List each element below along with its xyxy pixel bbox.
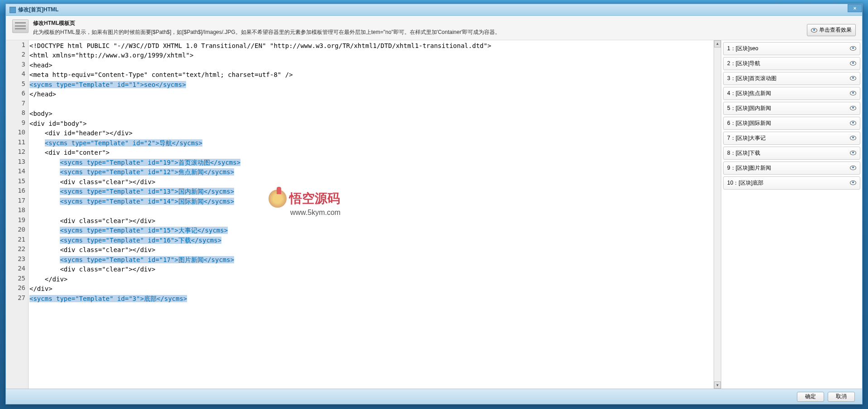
line-number: 11 — [6, 138, 28, 148]
block-label: 10：[区块]底部 — [727, 179, 763, 187]
ok-button[interactable]: 确定 — [797, 392, 824, 402]
code-line[interactable]: <div class="clear"></div> — [29, 265, 721, 275]
eye-icon[interactable] — [850, 76, 856, 81]
eye-icon — [811, 28, 817, 33]
eye-icon[interactable] — [850, 46, 856, 51]
code-line[interactable]: <div class="clear"></div> — [29, 177, 721, 187]
line-number: 21 — [6, 236, 28, 246]
line-number: 13 — [6, 158, 28, 168]
eye-icon[interactable] — [850, 91, 856, 95]
line-number: 15 — [6, 177, 28, 187]
block-item[interactable]: 6：[区块]国际新闻 — [723, 117, 860, 130]
eye-icon[interactable] — [850, 106, 856, 110]
line-number: 14 — [6, 167, 28, 177]
code-line[interactable]: <html xmlns="http://www.w3.org/1999/xhtm… — [29, 51, 721, 61]
code-line[interactable]: <div id="body"> — [29, 119, 721, 129]
block-label: 9：[区块]图片新闻 — [727, 164, 771, 172]
template-icon — [12, 19, 29, 33]
code-line[interactable]: <sycms type="Template" id="13">国内新闻</syc… — [29, 187, 721, 197]
code-line[interactable]: </div> — [29, 275, 721, 285]
dialog: 修改[首页]HTML × 修改HTML模板页 此为模板的HTML显示，如果有图片… — [5, 4, 863, 404]
block-item[interactable]: 3：[区块]首页滚动图 — [723, 72, 860, 85]
block-label: 8：[区块]下载 — [727, 149, 760, 157]
block-item[interactable]: 5：[区块]国内新闻 — [723, 102, 860, 115]
line-number: 18 — [6, 206, 28, 216]
scroll-down-button[interactable]: ▼ — [714, 381, 721, 389]
eye-icon[interactable] — [850, 121, 856, 125]
line-number: 1 — [6, 41, 28, 51]
close-button[interactable]: × — [848, 4, 862, 12]
block-item[interactable]: 2：[区块]导航 — [723, 57, 860, 70]
block-item[interactable]: 9：[区块]图片新闻 — [723, 162, 860, 175]
window-icon — [10, 7, 16, 13]
block-label: 6：[区块]国际新闻 — [727, 119, 771, 127]
line-number: 4 — [6, 70, 28, 80]
code-line[interactable] — [29, 100, 721, 109]
code-line[interactable]: <div id="header"></div> — [29, 128, 721, 138]
block-item[interactable]: 8：[区块]下载 — [723, 147, 860, 160]
cancel-button[interactable]: 取消 — [828, 392, 855, 402]
code-editor[interactable]: 1234567891011121314151617181920212223242… — [6, 40, 721, 389]
dialog-content: 1234567891011121314151617181920212223242… — [6, 40, 862, 389]
block-label: 1：[区块]seo — [727, 45, 758, 52]
code-line[interactable]: <body> — [29, 109, 721, 119]
preview-button[interactable]: 单击查看效果 — [807, 24, 856, 36]
code-line[interactable]: <sycms type="Template" id="12">焦点新闻</syc… — [29, 167, 721, 177]
info-bar: 修改HTML模板页 此为模板的HTML显示，如果有图片的时候前面要[$Path$… — [6, 16, 862, 40]
dialog-titlebar[interactable]: 修改[首页]HTML × — [6, 4, 862, 16]
block-item[interactable]: 1：[区块]seo — [723, 42, 860, 55]
block-label: 5：[区块]国内新闻 — [727, 105, 771, 112]
vertical-scrollbar[interactable]: ▲ ▼ — [714, 40, 721, 389]
block-label: 2：[区块]导航 — [727, 60, 760, 67]
code-line[interactable]: </head> — [29, 90, 721, 100]
line-number: 2 — [6, 51, 28, 61]
line-number: 16 — [6, 187, 28, 197]
line-number: 6 — [6, 90, 28, 100]
block-item[interactable]: 10：[区块]底部 — [723, 176, 860, 190]
eye-icon[interactable] — [850, 151, 856, 155]
block-item[interactable]: 4：[区块]焦点新闻 — [723, 87, 860, 100]
dialog-title: 修改[首页]HTML — [18, 6, 58, 14]
info-description: 此为模板的HTML显示，如果有图片的时候前面要[$Path$]，如[$Path$… — [33, 29, 856, 36]
code-line[interactable]: <div class="clear"></div> — [29, 245, 721, 255]
code-line[interactable]: <sycms type="Template" id="15">大事记</sycm… — [29, 226, 721, 236]
code-line[interactable]: <meta http-equiv="Content-Type" content=… — [29, 70, 721, 80]
block-label: 4：[区块]焦点新闻 — [727, 90, 771, 97]
dialog-footer: 确定 取消 — [6, 389, 862, 404]
code-line[interactable]: <sycms type="Template" id="2">导航</sycms> — [29, 138, 721, 148]
code-line[interactable]: <!DOCTYPE html PUBLIC "-//W3C//DTD XHTML… — [29, 41, 721, 51]
code-area[interactable]: <!DOCTYPE html PUBLIC "-//W3C//DTD XHTML… — [29, 40, 721, 389]
line-number: 12 — [6, 148, 28, 158]
code-line[interactable]: </div> — [29, 284, 721, 294]
eye-icon[interactable] — [850, 166, 856, 170]
blocks-sidebar: 1：[区块]seo2：[区块]导航3：[区块]首页滚动图4：[区块]焦点新闻5：… — [721, 40, 862, 389]
code-line[interactable]: <sycms type="Template" id="19">首页滚动图</sy… — [29, 158, 721, 168]
line-number: 9 — [6, 119, 28, 129]
line-number: 20 — [6, 226, 28, 236]
code-line[interactable]: <div id="conter"> — [29, 148, 721, 158]
info-text: 修改HTML模板页 此为模板的HTML显示，如果有图片的时候前面要[$Path$… — [33, 19, 856, 36]
code-line[interactable]: <sycms type="Template" id="3">底部</sycms> — [29, 294, 721, 304]
code-line[interactable]: <sycms type="Template" id="16">下载</sycms… — [29, 236, 721, 246]
eye-icon[interactable] — [850, 181, 856, 185]
line-number: 19 — [6, 216, 28, 226]
scroll-up-button[interactable]: ▲ — [714, 40, 721, 48]
line-number: 5 — [6, 80, 28, 90]
line-number: 27 — [6, 294, 28, 304]
block-label: 3：[区块]首页滚动图 — [727, 75, 777, 82]
eye-icon[interactable] — [850, 136, 856, 140]
eye-icon[interactable] — [850, 61, 856, 66]
line-number: 17 — [6, 197, 28, 207]
code-line[interactable]: <sycms type="Template" id="17">图片新闻</syc… — [29, 255, 721, 265]
code-line[interactable]: <head> — [29, 61, 721, 71]
line-number: 7 — [6, 100, 28, 109]
line-number: 10 — [6, 128, 28, 138]
code-line[interactable]: <sycms type="Template" id="14">国际新闻</syc… — [29, 197, 721, 207]
block-item[interactable]: 7：[区块]大事记 — [723, 132, 860, 145]
line-number: 26 — [6, 284, 28, 294]
code-line[interactable]: <sycms type="Template" id="1">seo</sycms… — [29, 80, 721, 90]
line-number: 25 — [6, 275, 28, 285]
code-line[interactable] — [29, 206, 721, 216]
preview-label: 单击查看效果 — [819, 26, 852, 34]
code-line[interactable]: <div class="clear"></div> — [29, 216, 721, 226]
